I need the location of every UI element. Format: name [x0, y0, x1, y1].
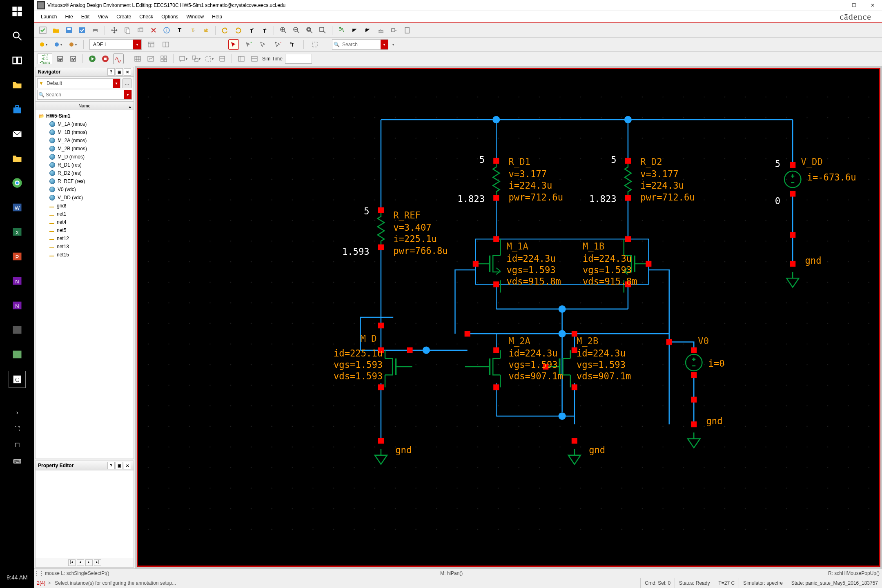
chrome-icon[interactable] — [9, 175, 25, 191]
tree-net[interactable]: net1 — [37, 210, 132, 218]
layout2-icon[interactable] — [160, 39, 171, 50]
print-icon[interactable] — [90, 25, 100, 36]
filter-more-button[interactable]: … — [122, 78, 132, 88]
start-icon[interactable] — [9, 3, 25, 20]
select-rect-icon[interactable] — [310, 39, 320, 50]
sort-icon[interactable]: ▴ — [129, 102, 131, 111]
cmd-badge[interactable]: 2(4) — [34, 580, 48, 586]
annotate2-icon[interactable]: ▾ — [191, 53, 201, 64]
dropdown-icon[interactable]: ▼ — [133, 40, 141, 49]
save-icon[interactable] — [64, 25, 74, 36]
task-view-icon[interactable] — [9, 52, 25, 69]
page-next-icon[interactable]: ▸ — [85, 559, 93, 566]
undo-icon[interactable] — [220, 25, 230, 36]
waveform-icon[interactable] — [113, 53, 124, 64]
cadence-taskbar-icon[interactable]: C — [9, 371, 26, 388]
cursor-red-icon[interactable] — [228, 39, 239, 50]
navigator-filter[interactable]: ▼ Default ▼ — [37, 78, 120, 88]
tree-net[interactable]: net5 — [37, 226, 132, 234]
copy-icon[interactable] — [122, 25, 133, 36]
panel2-icon[interactable] — [249, 53, 260, 64]
gate-icon[interactable] — [389, 25, 399, 36]
run-icon[interactable] — [87, 53, 98, 64]
help-icon[interactable]: ? — [107, 462, 115, 469]
zoom-fit-icon[interactable] — [304, 25, 315, 36]
page-last-icon[interactable]: ▸| — [94, 559, 101, 566]
annotate4-icon[interactable] — [217, 53, 227, 64]
zoom-out-icon[interactable] — [291, 25, 302, 36]
workspace-combo[interactable]: ADE L ▼ — [89, 39, 142, 50]
tree-net[interactable]: gnd! — [37, 202, 132, 210]
search-input[interactable] — [341, 42, 381, 47]
text-ab-icon[interactable]: ab — [200, 25, 211, 36]
powerpoint-icon[interactable]: P — [9, 248, 25, 265]
tree-instance[interactable]: V0 (vdc) — [37, 185, 132, 194]
menu-options[interactable]: Options — [158, 13, 181, 21]
maximize-button[interactable]: ☐ — [844, 0, 863, 11]
menu-window[interactable]: Window — [183, 13, 207, 21]
tree-header[interactable]: Name ▴ — [36, 101, 134, 110]
sim-time-input[interactable] — [285, 54, 312, 64]
keyboard-icon[interactable]: ⌨ — [9, 457, 25, 466]
tree-instance[interactable]: R_D1 (res) — [37, 161, 132, 169]
cursor-add-icon[interactable]: + — [243, 39, 254, 50]
tree-instance[interactable]: M_1B (nmos) — [37, 128, 132, 136]
cursor-icon[interactable] — [258, 39, 268, 50]
folder-icon[interactable] — [9, 150, 25, 167]
abc-icon[interactable]: abc — [376, 25, 386, 36]
misc-app2-icon[interactable] — [9, 346, 25, 363]
wire2-icon[interactable] — [363, 25, 373, 36]
zoom-in-icon[interactable] — [278, 25, 289, 36]
cursor-t-icon[interactable]: T — [287, 39, 298, 50]
marker-blue-icon[interactable]: ▾ — [52, 39, 63, 50]
page-first-icon[interactable]: |◂ — [68, 559, 76, 566]
panel1-icon[interactable] — [236, 53, 247, 64]
page-prev-icon[interactable]: ◂ — [77, 559, 84, 566]
navigator-search[interactable]: 🔍 ▼ — [37, 90, 132, 100]
tree-net[interactable]: net12 — [37, 234, 132, 243]
menu-check[interactable]: Check — [136, 13, 156, 21]
tray-icon-1[interactable]: ⛶ — [9, 425, 25, 433]
close-panel-icon[interactable]: ✕ — [124, 462, 131, 469]
dropdown-icon[interactable]: ▼ — [124, 90, 131, 99]
layout1-icon[interactable] — [146, 39, 156, 50]
search-icon[interactable] — [9, 28, 25, 44]
tray-icon-2[interactable]: ☐ — [9, 441, 25, 449]
stretch-icon[interactable] — [135, 25, 146, 36]
minimize-button[interactable]: — — [826, 0, 844, 11]
info-icon[interactable]: i — [161, 25, 172, 36]
save-check-icon[interactable] — [77, 25, 87, 36]
record-icon[interactable]: ▾ — [67, 39, 78, 50]
sim-mode-badge[interactable]: ▪AC▪DC▪Trans — [38, 53, 52, 64]
tree-root[interactable]: 📂HW5-Sim1 — [37, 112, 132, 120]
chart-icon[interactable] — [145, 53, 156, 64]
xy-icon[interactable]: xy — [55, 53, 65, 64]
tree-instance[interactable]: R_D2 (res) — [37, 169, 132, 177]
stop-icon[interactable] — [100, 53, 111, 64]
tree-instance[interactable]: M_2B (nmos) — [37, 145, 132, 153]
zoom-region-icon[interactable] — [317, 25, 328, 36]
net-tool-icon[interactable] — [336, 25, 347, 36]
onenote-icon[interactable]: N — [9, 273, 25, 289]
misc-app1-icon[interactable] — [9, 322, 25, 338]
wire-icon[interactable] — [350, 25, 360, 36]
tree-instance[interactable]: R_REF (res) — [37, 177, 132, 185]
onenote2-icon[interactable]: N — [9, 297, 25, 314]
text-icon[interactable]: T — [174, 25, 185, 36]
mail-icon[interactable] — [9, 126, 25, 142]
annotate-icon[interactable]: ▾ — [178, 53, 188, 64]
help-icon[interactable]: ? — [107, 68, 115, 76]
text-edit-icon[interactable]: T — [187, 25, 198, 36]
menu-edit[interactable]: Edit — [78, 13, 93, 21]
toolbar-search[interactable]: 🔍 ▼ — [332, 39, 388, 50]
page-icon[interactable] — [402, 25, 412, 36]
open-icon[interactable] — [51, 25, 61, 36]
tree-instance[interactable]: M_D (nmos) — [37, 153, 132, 161]
close-button[interactable]: ✕ — [863, 0, 882, 11]
tree-net[interactable]: net15 — [37, 251, 132, 259]
table-icon[interactable] — [132, 53, 143, 64]
undock-icon[interactable]: ▣ — [116, 68, 123, 76]
word-icon[interactable]: W — [9, 199, 25, 216]
text-down-icon[interactable]: T — [259, 25, 270, 36]
tree-instance[interactable]: V_DD (vdc) — [37, 194, 132, 202]
